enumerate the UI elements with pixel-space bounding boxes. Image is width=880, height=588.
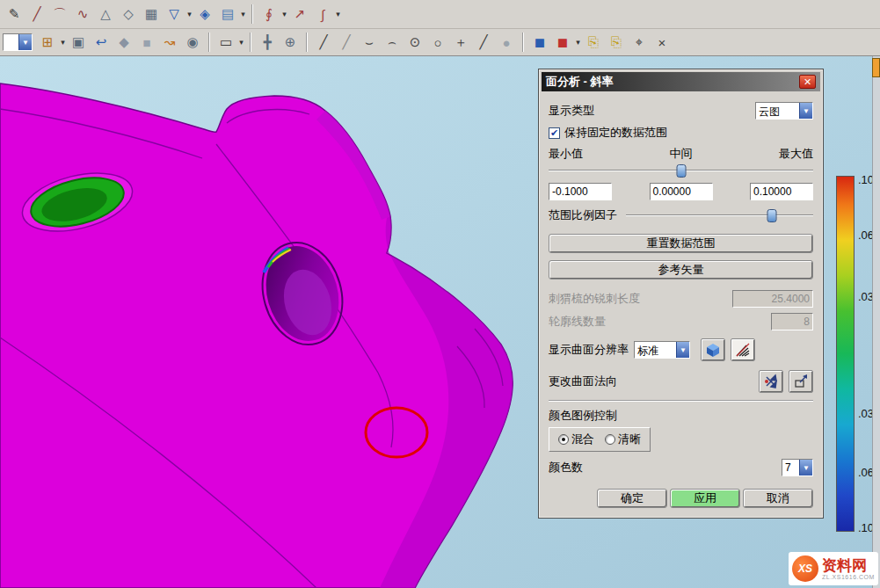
solid-cube-blue-icon[interactable]: ◼ <box>529 32 550 53</box>
mid-value-slider[interactable] <box>549 164 813 178</box>
combo-arrow-icon[interactable]: ▼ <box>799 103 812 119</box>
polygon-tool-icon[interactable]: △ <box>95 4 116 25</box>
watermark-domain: ZL.XS1616.COM <box>822 574 875 580</box>
change-normal-label: 更改曲面法向 <box>549 374 617 389</box>
arc-icon[interactable]: ⌢ <box>382 32 403 53</box>
line-icon[interactable]: ╱ <box>313 32 334 53</box>
rotate-view-icon[interactable]: ⊕ <box>280 32 301 53</box>
dropdown-arrow-icon[interactable]: ▾ <box>237 32 245 53</box>
selection-rect-icon[interactable]: ▭ <box>215 32 236 53</box>
cancel-button[interactable]: 取消 <box>743 489 813 508</box>
sphere-icon[interactable]: ● <box>496 32 517 53</box>
watermark-logo: XS <box>792 555 818 582</box>
toolbar-view: ▼ ⊞▾▣↩◆■↝◉▭▾╋⊕╱╱⌣⌢⊙○＋╱●◼◼▾⎘⎘⌖× <box>0 29 880 56</box>
line-thin-icon[interactable]: ╱ <box>336 32 357 53</box>
slider-thumb[interactable] <box>676 164 686 178</box>
slider-track[interactable] <box>626 214 813 216</box>
combo-arrow-icon[interactable]: ▼ <box>799 460 812 475</box>
dialog-titlebar[interactable]: 面分析 - 斜率 ✕ <box>542 72 820 91</box>
wireframe-view-icon[interactable]: ▣ <box>68 32 89 53</box>
dropdown-arrow-icon[interactable]: ▾ <box>280 4 288 25</box>
combo-arrow-icon[interactable]: ▼ <box>676 342 689 358</box>
shaded-cube-button[interactable] <box>701 338 725 361</box>
clipboard-icon[interactable]: ⎘ <box>583 32 604 53</box>
combo-arrow-icon[interactable]: ▼ <box>18 34 32 50</box>
render-style-icon[interactable]: ◉ <box>182 32 203 53</box>
spike-length-field: 25.4000 <box>732 290 813 308</box>
slash-icon[interactable]: ╱ <box>473 32 494 53</box>
project-curve-icon[interactable]: ▽ <box>164 4 185 25</box>
dropdown-arrow-icon[interactable]: ▾ <box>334 4 342 25</box>
scale-factor-slider[interactable] <box>626 209 813 222</box>
dropdown-arrow-icon[interactable]: ▾ <box>59 32 67 53</box>
toolbar-separator <box>522 33 524 52</box>
datum-axis-icon[interactable]: ↗ <box>289 4 310 25</box>
radio-selected-icon[interactable] <box>558 434 569 445</box>
ok-button[interactable]: 确定 <box>597 489 667 508</box>
site-watermark: XS 资料网 ZL.XS1616.COM <box>789 552 878 585</box>
solid-cube-red-icon[interactable]: ◼ <box>552 32 573 53</box>
profile-tool-icon[interactable]: ✎ <box>4 4 25 25</box>
solid-view-icon[interactable]: ■ <box>136 32 157 53</box>
legend-mode-group: 混合 清晰 <box>549 427 651 452</box>
snap-point-icon[interactable]: ⊞ <box>37 32 58 53</box>
flip-normal-button[interactable] <box>759 370 783 393</box>
clipboard2-icon[interactable]: ⎘ <box>606 32 627 53</box>
view-combo-value <box>4 34 18 50</box>
deselect-icon[interactable]: × <box>651 32 673 53</box>
orange-sweep-icon[interactable]: ↝ <box>159 32 180 53</box>
spike-length-label: 刺猬梳的锐刺长度 <box>549 291 640 307</box>
section-curve-icon[interactable]: ▤ <box>217 4 238 25</box>
shaded-view-icon[interactable]: ◆ <box>113 32 135 53</box>
sharp-radio[interactable]: 清晰 <box>605 432 641 447</box>
blend-radio-label: 混合 <box>571 432 594 447</box>
normal-box-button[interactable] <box>789 370 813 393</box>
min-value-field[interactable]: -0.1000 <box>549 183 612 200</box>
apply-button[interactable]: 应用 <box>670 489 740 508</box>
target-point-icon[interactable]: ⌖ <box>629 32 650 53</box>
color-count-label: 颜色数 <box>549 460 583 475</box>
intersection-curve-icon[interactable]: ◈ <box>194 4 215 25</box>
sharp-radio-label: 清晰 <box>618 432 641 447</box>
arc-tool-icon[interactable]: ⌒ <box>49 4 70 25</box>
radio-icon[interactable] <box>605 434 615 445</box>
spline-section-icon[interactable]: ∫ <box>312 4 333 25</box>
dropdown-arrow-icon[interactable]: ▾ <box>574 32 582 53</box>
mid-value-field[interactable]: 0.00000 <box>650 183 713 200</box>
display-type-label: 显示类型 <box>549 103 594 119</box>
circle-center-icon[interactable]: ⊙ <box>404 32 425 53</box>
cross-arrows-icon <box>763 374 779 389</box>
undo-arrow-icon[interactable]: ↩ <box>91 32 112 53</box>
cube-icon <box>705 342 721 358</box>
slider-thumb[interactable] <box>767 209 777 222</box>
display-type-combo[interactable]: 云图 ▼ <box>755 102 813 120</box>
reference-vector-button[interactable]: 参考矢量 <box>549 260 813 279</box>
studio-spline-icon[interactable]: ∿ <box>72 4 93 25</box>
dropdown-arrow-icon[interactable]: ▾ <box>185 4 193 25</box>
point-icon[interactable]: ＋ <box>450 32 471 53</box>
toolbar-separator <box>251 4 253 24</box>
pattern-curve-icon[interactable]: ▦ <box>141 4 162 25</box>
pan-view-icon[interactable]: ╋ <box>257 32 278 53</box>
toolbar-view-icons: ⊞▾▣↩◆■↝◉▭▾╋⊕╱╱⌣⌢⊙○＋╱●◼◼▾⎘⎘⌖× <box>36 32 673 53</box>
dropdown-arrow-icon[interactable]: ▾ <box>239 4 247 25</box>
mid-label: 中间 <box>670 146 693 162</box>
dialog-title: 面分析 - 斜率 <box>546 74 614 90</box>
extract-curve-icon[interactable]: ∮ <box>258 4 280 25</box>
reset-range-button[interactable]: 重置数据范围 <box>549 234 813 253</box>
circle-icon[interactable]: ○ <box>427 32 448 53</box>
toolbar-curves: ✎╱⌒∿△◇▦▽▾◈▤▾∮▾↗∫▾ <box>0 0 880 29</box>
resolution-combo[interactable]: 标准 ▼ <box>634 341 690 359</box>
offset-curve-icon[interactable]: ◇ <box>118 4 139 25</box>
keep-range-checkbox[interactable]: ✔ <box>549 127 560 139</box>
max-value-field[interactable]: 0.10000 <box>750 183 813 200</box>
blend-radio[interactable]: 混合 <box>558 432 594 447</box>
line-tool-icon[interactable]: ╱ <box>26 4 47 25</box>
box-arrow-icon <box>793 374 809 389</box>
close-icon[interactable]: ✕ <box>799 75 816 89</box>
curve-icon[interactable]: ⌣ <box>359 32 380 53</box>
hedgehog-display-button[interactable] <box>731 338 755 361</box>
resource-bar-tab[interactable] <box>872 58 880 77</box>
view-combo[interactable]: ▼ <box>3 33 33 51</box>
color-count-combo[interactable]: 7 ▼ <box>782 459 813 476</box>
